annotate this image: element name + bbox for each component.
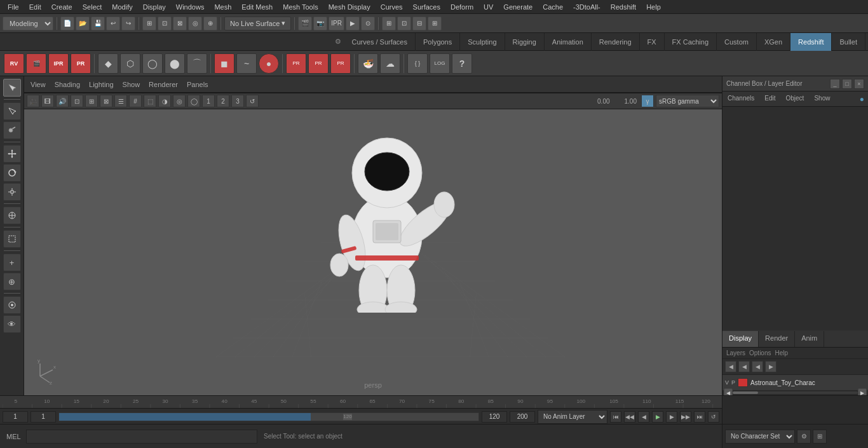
layer-add2-btn[interactable]: ◀: [738, 361, 750, 372]
panel-minimize-btn[interactable]: _: [830, 79, 840, 89]
render-btn[interactable]: 🎬: [298, 17, 312, 31]
vp-quality3-btn[interactable]: 3: [231, 95, 244, 107]
menu-surfaces[interactable]: Surfaces: [408, 2, 445, 12]
vp-wireframe-btn[interactable]: ⬚: [144, 95, 156, 107]
layer-remove-btn[interactable]: ◀: [752, 361, 763, 372]
menu-generate[interactable]: Generate: [498, 2, 538, 12]
redo-btn[interactable]: ↪: [121, 17, 135, 31]
mel-command-input[interactable]: [26, 430, 257, 444]
vp-sound-btn[interactable]: 🔊: [56, 95, 69, 107]
anim-btn-next[interactable]: ▶: [666, 411, 677, 423]
options-menu-item[interactable]: Options: [749, 350, 771, 356]
character-set-select[interactable]: No Character Set: [725, 430, 795, 444]
layer-scroll-thumb[interactable]: [733, 391, 758, 394]
cb-show-tab[interactable]: Show: [809, 92, 835, 106]
timeline-range-thumb[interactable]: 120: [342, 413, 353, 421]
menu-redshift[interactable]: Redshift: [606, 2, 641, 12]
rs-code-icon[interactable]: { }: [407, 53, 428, 74]
vp-grid-btn[interactable]: #: [129, 95, 142, 107]
layer-add-btn[interactable]: ◀: [725, 361, 736, 372]
tab-redshift[interactable]: Redshift: [790, 33, 832, 51]
universal-manip-tool[interactable]: [3, 207, 21, 224]
tab-settings-btn[interactable]: ⚙: [332, 36, 344, 48]
ipr-btn[interactable]: IPR: [329, 17, 344, 31]
workspace-select[interactable]: Modeling: [3, 17, 53, 31]
snap2-btn[interactable]: ⊠: [173, 17, 187, 31]
vp-quality2-btn[interactable]: 2: [217, 95, 229, 107]
rs-wave-icon[interactable]: ~: [236, 53, 257, 74]
layout-btn2[interactable]: ⊡: [397, 17, 411, 31]
vp-shading-menu[interactable]: Shading: [52, 79, 83, 90]
pr-icon1[interactable]: PR: [286, 53, 306, 74]
anim-btn-last[interactable]: ⏭: [694, 411, 705, 423]
tab-animation[interactable]: Animation: [545, 33, 592, 51]
vp-film-btn[interactable]: 🎞: [41, 95, 54, 107]
bottom-icon1[interactable]: ⚙: [797, 430, 811, 444]
pr-icon3[interactable]: PR: [330, 53, 351, 74]
menu-deform[interactable]: Deform: [445, 2, 478, 12]
rv-icon-btn[interactable]: RV: [4, 53, 24, 74]
cb-channels-tab[interactable]: Channels: [722, 92, 759, 106]
rs-icon5[interactable]: ⌒: [187, 53, 207, 74]
vp-lighting-menu[interactable]: Lighting: [86, 79, 116, 90]
anim-btn-loop[interactable]: ↺: [708, 411, 719, 423]
layout-btn1[interactable]: ⊞: [382, 17, 396, 31]
timeline-end-field[interactable]: [482, 411, 507, 423]
undo-btn[interactable]: ↩: [106, 17, 120, 31]
vp-snap3-btn[interactable]: ⊠: [100, 95, 112, 107]
panel-close-btn[interactable]: ×: [854, 79, 864, 89]
timeline-current-field[interactable]: [31, 411, 56, 423]
menu-curves[interactable]: Curves: [376, 2, 408, 12]
menu-edit-mesh[interactable]: Edit Mesh: [236, 2, 278, 12]
hide-show-tool[interactable]: 👁: [3, 315, 21, 333]
menu-display[interactable]: Display: [138, 2, 171, 12]
scale-tool[interactable]: [3, 183, 21, 201]
vp-isolate-btn[interactable]: ◯: [187, 95, 200, 107]
rs-icon1[interactable]: ◆: [98, 53, 118, 74]
layer-tab-anim[interactable]: Anim: [795, 331, 824, 347]
paint-tool[interactable]: [3, 121, 21, 139]
live-surface-btn[interactable]: No Live Surface ▾: [224, 17, 291, 31]
snap-btn[interactable]: ⊡: [158, 17, 172, 31]
render2-btn[interactable]: 📷: [313, 17, 327, 31]
tab-curves-surfaces[interactable]: Curves / Surfaces: [344, 33, 416, 51]
anim-btn-prev[interactable]: ◀: [638, 411, 649, 423]
snap-tool[interactable]: +: [3, 254, 21, 271]
open-file-btn[interactable]: 📂: [76, 17, 90, 31]
vp-quality1-btn[interactable]: 1: [202, 95, 215, 107]
layer-scroll-left[interactable]: ◀: [724, 388, 733, 395]
layer-tab-render[interactable]: Render: [759, 331, 795, 347]
display-btn[interactable]: ⊙: [361, 17, 375, 31]
layer-action-btn[interactable]: ▶: [765, 361, 776, 372]
tab-polygons[interactable]: Polygons: [416, 33, 460, 51]
menu-edit[interactable]: Edit: [24, 2, 46, 12]
layout-btn4[interactable]: ⊞: [428, 17, 442, 31]
rs-sphere-icon[interactable]: ●: [259, 53, 279, 74]
transform-btn[interactable]: ⊞: [142, 17, 156, 31]
vp-snap-btn[interactable]: ⊡: [71, 95, 83, 107]
rs-icon4[interactable]: ⬤: [165, 53, 185, 74]
tab-rigging[interactable]: Rigging: [505, 33, 545, 51]
vp-camera-btn[interactable]: 🎥: [27, 95, 39, 107]
anim-btn-next-key[interactable]: ▶▶: [680, 411, 691, 423]
tab-custom[interactable]: Custom: [717, 33, 757, 51]
menu-cache[interactable]: Cache: [538, 2, 568, 12]
vp-shaded-btn[interactable]: ◑: [158, 95, 171, 107]
rs-icon2[interactable]: ⬡: [120, 53, 140, 74]
snap-together-tool[interactable]: ⊕: [3, 273, 21, 290]
save-file-btn[interactable]: 💾: [91, 17, 105, 31]
menu-modify[interactable]: Modify: [107, 2, 137, 12]
vp-gamma-icon[interactable]: γ: [641, 95, 654, 107]
icon-btn-2[interactable]: 🎬: [26, 53, 46, 74]
vp-xray-btn[interactable]: ◎: [173, 95, 186, 107]
vp-renderer-menu[interactable]: Renderer: [146, 79, 180, 90]
rotate-tool[interactable]: [3, 164, 21, 182]
rs-help-icon[interactable]: ?: [452, 53, 472, 74]
tab-fx[interactable]: FX: [640, 33, 665, 51]
tab-sculpting[interactable]: Sculpting: [460, 33, 505, 51]
vp-hud-btn[interactable]: ☰: [114, 95, 127, 107]
menu-mesh[interactable]: Mesh: [209, 2, 236, 12]
timeline-max-field[interactable]: [510, 411, 535, 423]
snap3-btn[interactable]: ◎: [188, 17, 202, 31]
menu-3dtall[interactable]: -3DtoAll-: [568, 2, 606, 12]
